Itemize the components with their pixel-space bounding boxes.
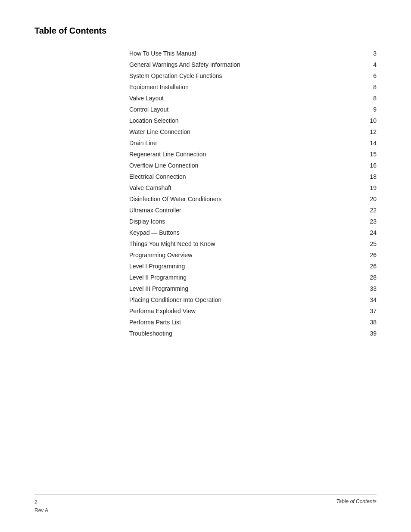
toc-row: Overflow Line Connection16 xyxy=(129,160,377,171)
toc-row: Display Icons23 xyxy=(129,216,377,227)
toc-item-page: 22 xyxy=(364,207,377,214)
toc-row: Valve Camshaft19 xyxy=(129,182,377,193)
toc-row: Disinfection Of Water Conditioners20 xyxy=(129,193,377,205)
toc-item-title: Water Line Connection xyxy=(129,128,364,135)
toc-item-title: General Warnings And Safety Information xyxy=(129,61,364,68)
toc-item-page: 38 xyxy=(364,319,377,326)
toc-row: Things You Might Need to Know25 xyxy=(129,238,377,249)
toc-item-page: 9 xyxy=(364,106,377,113)
footer: 2 Rev A Table of Contents xyxy=(34,495,377,515)
toc-row: Location Selection10 xyxy=(129,115,377,126)
toc-item-title: System Operation Cycle Functions xyxy=(129,72,364,79)
toc-item-page: 33 xyxy=(364,285,377,292)
toc-item-title: Keypad — Buttons xyxy=(129,229,364,236)
toc-item-page: 16 xyxy=(364,162,377,169)
toc-item-page: 10 xyxy=(364,117,377,124)
toc-row: Performa Exploded View37 xyxy=(129,305,377,317)
toc-row: Drain Line14 xyxy=(129,137,377,149)
toc-item-title: Electrical Connection xyxy=(129,173,364,180)
toc-row: Ultramax Controller22 xyxy=(129,205,377,216)
toc-row: Level III Programming33 xyxy=(129,283,377,294)
toc-row: Equipment Installation8 xyxy=(129,81,377,93)
toc-item-title: Level III Programming xyxy=(129,285,364,292)
toc-item-page: 4 xyxy=(364,61,377,68)
toc-item-page: 12 xyxy=(364,128,377,135)
toc-item-title: Performa Parts List xyxy=(129,319,364,326)
footer-revision: Rev A xyxy=(34,507,48,515)
toc-row: Troubleshooting39 xyxy=(129,328,377,339)
toc-item-title: Programming Overview xyxy=(129,252,364,258)
toc-item-title: Regenerant Line Connection xyxy=(129,151,364,158)
toc-item-title: Valve Camshaft xyxy=(129,184,364,191)
toc-item-title: How To Use This Manual xyxy=(129,50,364,57)
page: Table of Contents How To Use This Manual… xyxy=(0,0,411,532)
toc-item-title: Overflow Line Connection xyxy=(129,162,364,169)
page-title: Table of Contents xyxy=(34,26,377,36)
toc-item-page: 26 xyxy=(364,252,377,258)
toc-item-title: Equipment Installation xyxy=(129,84,364,90)
toc-item-page: 23 xyxy=(364,218,377,225)
toc-row: System Operation Cycle Functions6 xyxy=(129,70,377,81)
toc-item-page: 24 xyxy=(364,229,377,236)
toc-item-page: 6 xyxy=(364,72,377,79)
toc-row: Water Line Connection12 xyxy=(129,126,377,137)
toc-item-page: 39 xyxy=(364,330,377,337)
toc-item-title: Display Icons xyxy=(129,218,364,225)
toc-item-page: 37 xyxy=(364,308,377,314)
toc-item-title: Disinfection Of Water Conditioners xyxy=(129,196,364,202)
toc-item-page: 34 xyxy=(364,296,377,303)
toc-item-page: 20 xyxy=(364,196,377,202)
footer-right: Table of Contents xyxy=(336,498,377,504)
toc-item-title: Control Layout xyxy=(129,106,364,113)
toc-item-title: Valve Layout xyxy=(129,95,364,102)
toc-item-page: 26 xyxy=(364,263,377,270)
toc-row: Valve Layout8 xyxy=(129,93,377,104)
toc-row: Regenerant Line Connection15 xyxy=(129,149,377,160)
toc-row: Control Layout9 xyxy=(129,104,377,115)
toc-item-page: 28 xyxy=(364,274,377,281)
toc-row: General Warnings And Safety Information4 xyxy=(129,59,377,70)
toc-item-title: Level II Programming xyxy=(129,274,364,281)
toc-item-page: 18 xyxy=(364,173,377,180)
toc-row: Level II Programming28 xyxy=(129,272,377,283)
footer-left: 2 Rev A xyxy=(34,498,48,515)
toc-row: Placing Conditioner Into Operation34 xyxy=(129,294,377,305)
toc-item-page: 19 xyxy=(364,184,377,191)
footer-page-number: 2 xyxy=(34,498,48,507)
toc-item-title: Troubleshooting xyxy=(129,330,364,337)
toc-item-page: 25 xyxy=(364,240,377,247)
toc-item-page: 14 xyxy=(364,140,377,146)
toc-item-title: Performa Exploded View xyxy=(129,308,364,314)
toc-row: Programming Overview26 xyxy=(129,249,377,261)
toc-container: How To Use This Manual3General Warnings … xyxy=(129,48,377,339)
toc-item-page: 8 xyxy=(364,95,377,102)
toc-row: Performa Parts List38 xyxy=(129,317,377,328)
toc-item-page: 15 xyxy=(364,151,377,158)
toc-row: Electrical Connection18 xyxy=(129,171,377,182)
toc-item-page: 3 xyxy=(364,50,377,57)
toc-item-title: Things You Might Need to Know xyxy=(129,240,364,247)
toc-row: Level I Programming26 xyxy=(129,261,377,272)
toc-item-title: Ultramax Controller xyxy=(129,207,364,214)
toc-item-page: 8 xyxy=(364,84,377,90)
toc-item-title: Drain Line xyxy=(129,140,364,146)
toc-item-title: Level I Programming xyxy=(129,263,364,270)
toc-row: Keypad — Buttons24 xyxy=(129,227,377,238)
toc-item-title: Location Selection xyxy=(129,117,364,124)
toc-item-title: Placing Conditioner Into Operation xyxy=(129,296,364,303)
toc-row: How To Use This Manual3 xyxy=(129,48,377,59)
